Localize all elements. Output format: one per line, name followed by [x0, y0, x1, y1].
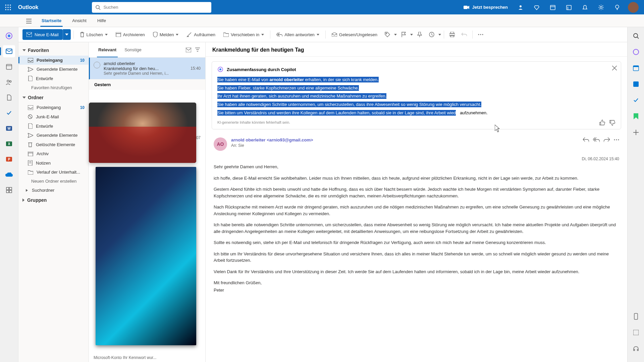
diamond-icon[interactable] — [529, 1, 544, 14]
folder-search-folders[interactable]: Suchordner — [18, 186, 89, 195]
new-mail-dropdown[interactable] — [63, 29, 71, 40]
delete-button[interactable]: Löschen — [76, 29, 111, 40]
svg-line-10 — [99, 8, 100, 10]
folder-move-icon — [223, 32, 229, 37]
rail-files-icon[interactable] — [3, 92, 15, 104]
folder-drafts[interactable]: Entwürfe — [18, 121, 89, 131]
message-row[interactable]: arnold oberleiter Krankmeldung für den h… — [89, 58, 205, 79]
chevron-down-icon[interactable] — [438, 34, 441, 36]
new-folder-button[interactable]: Neuen Ordner erstellen — [18, 177, 89, 186]
rail-copilot-icon[interactable] — [630, 46, 642, 58]
read-unread-button[interactable]: Gelesen/Ungelesen — [328, 29, 381, 40]
rail-headset-icon[interactable] — [630, 343, 642, 355]
close-icon[interactable] — [612, 66, 617, 70]
sender-name[interactable]: arnold oberleiter <arnio93@gmail.com> — [231, 137, 579, 142]
sent-icon — [28, 133, 33, 138]
folder-conversation-history[interactable]: Verlauf der Unterhalt... — [18, 168, 89, 177]
chevron-down-icon[interactable] — [410, 34, 413, 36]
tips-icon[interactable] — [610, 1, 625, 14]
rail-word-icon[interactable]: W — [3, 122, 15, 134]
my-day-icon[interactable] — [561, 1, 576, 14]
svg-point-69 — [614, 139, 615, 140]
rail-calendar-icon[interactable] — [630, 62, 642, 74]
folder-inbox-fav[interactable]: Posteingang10 — [18, 56, 89, 65]
tab-help[interactable]: Hilfe — [92, 14, 111, 27]
rail-contacts-icon[interactable] — [630, 78, 642, 90]
folder-sent-fav[interactable]: Gesendete Elemente — [18, 65, 89, 74]
svg-point-6 — [5, 9, 6, 10]
move-to-button[interactable]: Verschieben in — [220, 29, 267, 40]
pin-button[interactable] — [414, 29, 425, 40]
print-button[interactable] — [447, 29, 458, 40]
rail-todo-icon[interactable] — [3, 107, 15, 119]
more-button[interactable] — [475, 29, 486, 40]
rail-copilot-icon[interactable] — [3, 30, 15, 42]
svg-point-50 — [480, 34, 481, 35]
flag-button[interactable] — [398, 29, 409, 40]
tab-home[interactable]: Startseite — [36, 14, 67, 27]
more-icon[interactable] — [614, 139, 619, 140]
groups-header[interactable]: Gruppen — [18, 195, 89, 205]
rail-excel-icon[interactable]: X — [3, 138, 15, 150]
rail-mail-icon[interactable] — [3, 45, 15, 57]
search-box[interactable] — [92, 2, 211, 13]
list-header: Relevant Sonstige — [89, 42, 205, 58]
calendar-day-icon[interactable] — [545, 1, 560, 14]
reply-all-button[interactable]: Allen antworten — [273, 29, 323, 40]
message-checkbox[interactable] — [94, 62, 100, 68]
tag-button[interactable] — [382, 29, 393, 40]
sweep-button[interactable]: Aufräumen — [183, 29, 219, 40]
new-mail-button[interactable]: Neue E-Mail — [22, 29, 63, 40]
notifications-icon[interactable] — [578, 1, 592, 14]
teams-icon[interactable] — [513, 1, 528, 14]
reply-all-icon[interactable] — [593, 137, 600, 142]
folder-deleted[interactable]: Gelöschte Elemente — [18, 140, 89, 149]
envelope-open-icon — [332, 33, 337, 37]
svg-rect-48 — [450, 35, 454, 37]
snooze-button[interactable] — [426, 29, 437, 40]
rail-settings-icon[interactable] — [630, 326, 642, 339]
settings-icon[interactable] — [594, 1, 608, 14]
tab-other[interactable]: Sonstige — [120, 42, 146, 57]
folder-inbox[interactable]: Posteingang10 — [18, 103, 89, 112]
select-all-icon[interactable] — [186, 48, 191, 52]
rail-phone-icon[interactable] — [630, 310, 642, 322]
archive-button[interactable]: Archivieren — [112, 29, 148, 40]
rail-calendar-icon[interactable] — [3, 61, 15, 73]
tab-focused[interactable]: Relevant — [94, 42, 120, 57]
svg-rect-38 — [9, 187, 12, 190]
folder-sent[interactable]: Gesendete Elemente — [18, 131, 89, 140]
thumbs-up-icon[interactable] — [599, 120, 605, 126]
rail-people-icon[interactable] — [3, 76, 15, 88]
folder-drafts-fav[interactable]: Entwürfe — [18, 74, 89, 83]
app-launcher-icon[interactable] — [3, 3, 13, 12]
rail-more-apps-icon[interactable] — [3, 184, 15, 196]
reply-icon[interactable] — [583, 137, 589, 142]
favorites-header[interactable]: Favoriten — [18, 45, 89, 56]
filter-icon[interactable] — [195, 48, 200, 52]
rail-bookmarks-icon[interactable] — [630, 110, 642, 122]
folder-archive[interactable]: Archiv — [18, 149, 89, 158]
folders-header[interactable]: Ordner — [18, 92, 89, 103]
rail-search-icon[interactable] — [630, 30, 642, 42]
search-input[interactable] — [103, 5, 208, 10]
notes-icon — [28, 160, 33, 166]
forward-icon[interactable] — [604, 137, 610, 142]
folder-notes[interactable]: Notizen — [18, 158, 89, 168]
thumbs-down-icon[interactable] — [609, 120, 615, 126]
rail-powerpoint-icon[interactable]: P — [3, 153, 15, 165]
rail-tasks-icon[interactable] — [630, 94, 642, 106]
undo-button[interactable] — [459, 29, 470, 40]
tab-view[interactable]: Ansicht — [67, 14, 92, 27]
brand-label: Outlook — [18, 4, 38, 10]
hamburger-icon[interactable] — [25, 18, 32, 24]
rail-add-icon[interactable] — [630, 126, 642, 138]
account-button[interactable] — [626, 1, 641, 14]
folder-junk[interactable]: Junk-E-Mail — [18, 112, 89, 121]
add-favorite-button[interactable]: Favoriten hinzufügen — [18, 83, 89, 92]
chevron-down-icon[interactable] — [394, 34, 397, 36]
svg-point-17 — [600, 6, 602, 8]
rail-onedrive-icon[interactable] — [3, 169, 15, 181]
meet-now-button[interactable]: Jetzt besprechen — [460, 5, 512, 10]
report-button[interactable]: Melden — [150, 29, 182, 40]
